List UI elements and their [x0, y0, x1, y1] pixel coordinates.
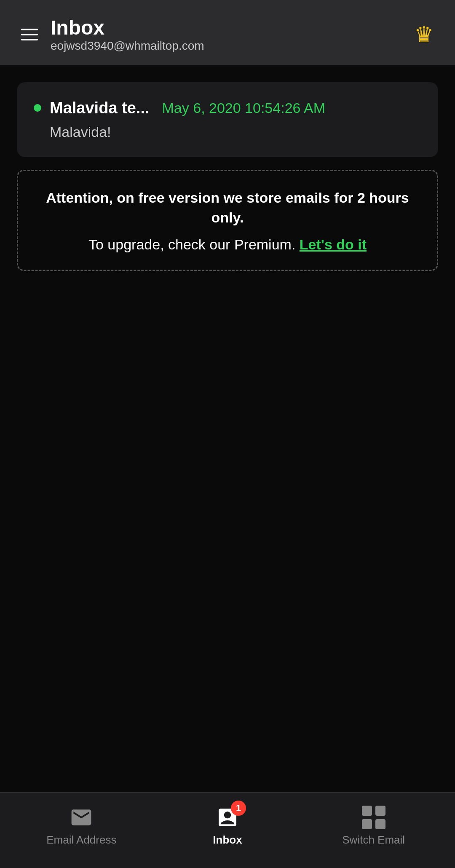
grid-cell-3	[362, 819, 372, 829]
premium-crown-icon[interactable]: ♛	[414, 22, 434, 47]
menu-button[interactable]	[21, 29, 38, 40]
unread-dot	[34, 104, 41, 112]
switch-email-icon	[362, 806, 385, 829]
email-date: May 6, 2020 10:54:26 AM	[162, 100, 325, 116]
attention-main-text: Attention, on free version we store emai…	[39, 188, 416, 228]
upgrade-text: To upgrade, check our Premium. Let's do …	[39, 236, 416, 253]
nav-item-email-address[interactable]: Email Address	[8, 806, 155, 847]
attention-banner: Attention, on free version we store emai…	[17, 170, 438, 271]
email-sender: Malavida te...	[50, 99, 150, 117]
header-left: Inbox eojwsd3940@whmailtop.com	[21, 17, 204, 53]
main-content: Malavida te... May 6, 2020 10:54:26 AM M…	[0, 65, 455, 792]
email-address-icon	[70, 806, 93, 829]
bottom-nav: Email Address 1 Inbox Switch Email	[0, 792, 455, 868]
switch-email-icon-wrapper	[362, 806, 385, 829]
header-title-block: Inbox eojwsd3940@whmailtop.com	[51, 17, 204, 53]
nav-item-inbox[interactable]: 1 Inbox	[155, 806, 301, 847]
inbox-icon-wrapper: 1	[216, 806, 239, 829]
nav-label-switch-email: Switch Email	[342, 833, 405, 847]
current-email: eojwsd3940@whmailtop.com	[51, 39, 204, 53]
upgrade-prefix: To upgrade, check our Premium.	[88, 236, 300, 252]
grid-cell-2	[375, 806, 385, 816]
grid-cell-4	[375, 819, 385, 829]
email-card[interactable]: Malavida te... May 6, 2020 10:54:26 AM M…	[17, 82, 438, 157]
page-title: Inbox	[51, 17, 204, 39]
email-card-header: Malavida te... May 6, 2020 10:54:26 AM	[34, 99, 421, 117]
header: Inbox eojwsd3940@whmailtop.com ♛	[0, 0, 455, 65]
nav-label-inbox: Inbox	[213, 833, 242, 847]
grid-cell-1	[362, 806, 372, 816]
nav-label-email-address: Email Address	[46, 833, 116, 847]
email-preview: Malavida!	[34, 124, 421, 140]
inbox-badge: 1	[231, 801, 246, 816]
email-address-icon-wrapper	[70, 806, 93, 829]
upgrade-link[interactable]: Let's do it	[300, 236, 367, 252]
nav-item-switch-email[interactable]: Switch Email	[300, 806, 447, 847]
